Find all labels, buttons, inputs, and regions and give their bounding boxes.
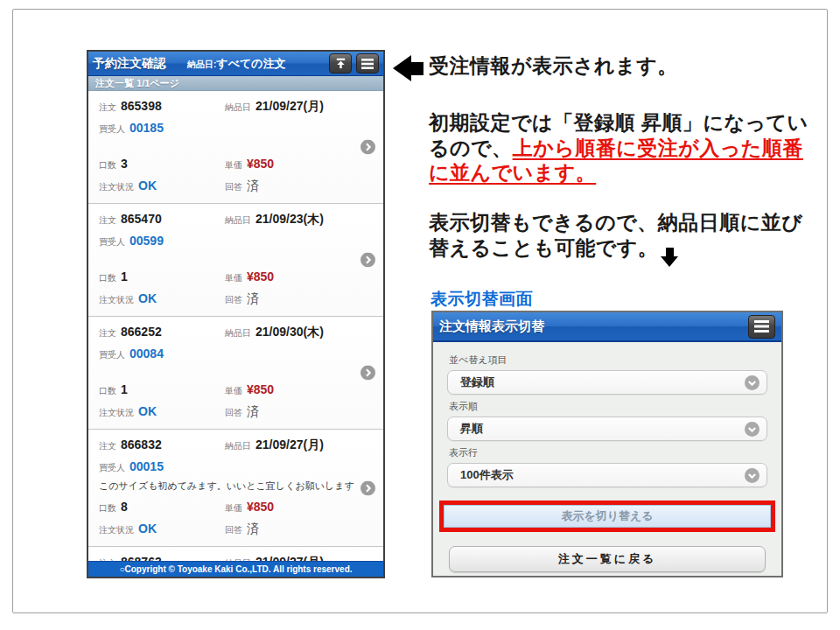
answer-label: 回答 (225, 525, 242, 535)
buyer-label: 買受人 (99, 350, 125, 360)
unit-price-value: ¥850 (247, 270, 274, 284)
order-no-value: 865398 (121, 99, 162, 113)
chevron-down-icon (745, 375, 760, 390)
order-no-label: 注文 (99, 215, 116, 225)
order-status-value: OK (138, 404, 157, 418)
order-status-label: 注文状況 (99, 182, 134, 192)
switch-display-button[interactable]: 表示を切り替える (444, 505, 771, 528)
order-no-value: 866252 (121, 325, 162, 339)
menu-button[interactable] (748, 315, 775, 339)
buyer-label: 買受人 (99, 237, 125, 247)
display-switch-title: 注文情報表示切替 (439, 318, 544, 335)
answer-value: 済 (247, 522, 259, 536)
quantity-value: 3 (121, 157, 128, 171)
row-count-select[interactable]: 100件表示 (447, 463, 767, 487)
sort-key-value: 登録順 (460, 374, 494, 390)
unit-price-label: 単価 (225, 503, 242, 513)
display-switch-screen: 注文情報表示切替 並べ替え項目 登録順 表示順 昇順 表示行 100件表示 (431, 311, 783, 578)
order-no-label: 注文 (99, 328, 116, 338)
answer-label: 回答 (225, 295, 242, 304)
delivery-date-label: 納品日 (225, 215, 251, 225)
sort-order-select[interactable]: 昇順 (447, 416, 767, 441)
buyer-value: 00084 (130, 346, 164, 360)
order-list-item[interactable]: 注文866252 納品日21/09/30(木) 買受人00084 口数1 単価¥… (88, 317, 383, 430)
sort-order-value: 昇順 (460, 421, 483, 437)
order-no-value: 866832 (121, 438, 162, 452)
delivery-date-value: 21/09/30(木) (256, 325, 324, 339)
sort-key-select[interactable]: 登録順 (447, 370, 767, 395)
menu-button[interactable] (356, 53, 379, 74)
row-count-value: 100件表示 (460, 467, 514, 483)
quantity-label: 口数 (99, 160, 116, 170)
quantity-value: 1 (121, 270, 128, 284)
order-list-item[interactable]: 注文865470 納品日21/09/23(木) 買受人00599 口数1 単価¥… (88, 204, 383, 317)
chevron-down-icon (745, 422, 760, 437)
unit-price-value: ¥850 (247, 500, 274, 514)
answer-value: 済 (247, 291, 259, 305)
order-list-header: 予約注文確認 納品日:すべての注文 (88, 52, 383, 76)
order-comment: このサイズも初めてみます。いいとこ宜しくお願いします (99, 480, 373, 494)
sort-order-label: 表示順 (449, 400, 767, 413)
order-status-label: 注文状況 (99, 525, 134, 535)
order-status-label: 注文状況 (99, 295, 134, 304)
quantity-value: 1 (121, 382, 128, 396)
order-list-screen: 予約注文確認 納品日:すべての注文 注文一覧 1/1ページ (87, 50, 385, 578)
delivery-date-label: 納品日 (225, 558, 251, 561)
delivery-date-value: 21/09/23(木) (256, 212, 324, 226)
delivery-date-value: 21/09/27(月) (256, 99, 324, 113)
annotation-p2-black2: るので、 (429, 136, 513, 159)
unit-price-value: ¥850 (247, 382, 274, 396)
order-list-item[interactable]: 注文868763 納品日21/09/27(月) 買受人00106 口数8 単価¥… (88, 547, 383, 561)
annotation-p2-black1: 初期設定では「登録順 昇順」になってい (429, 111, 808, 134)
quantity-value: 8 (121, 500, 128, 514)
answer-value: 済 (247, 404, 259, 418)
unit-price-label: 単価 (225, 273, 242, 283)
buyer-label: 買受人 (99, 463, 125, 472)
annotation-p3-line2: 替えることも可能です。 (429, 236, 658, 259)
row-count-label: 表示行 (449, 446, 767, 459)
copyright-bar: ○Copyright © Toyoake Kaki Co.,LTD. All r… (88, 561, 383, 577)
app-title: 予約注文確認 (93, 56, 166, 72)
quantity-label: 口数 (99, 503, 116, 513)
chevron-right-icon (360, 366, 375, 381)
unit-price-label: 単価 (225, 386, 242, 396)
annotation-p2-red2: に並んでいます。 (429, 161, 596, 184)
unit-price-label: 単価 (225, 160, 242, 170)
delivery-date-label: 納品日 (225, 102, 251, 112)
delivery-filter-value: すべての注文 (216, 57, 285, 70)
order-status-value: OK (138, 291, 157, 305)
scroll-to-top-button[interactable] (329, 53, 352, 74)
annotation-paragraph-1: 受注情報が表示されます。 (429, 53, 819, 79)
order-list-item[interactable]: 注文865398 納品日21/09/27(月) 買受人00185 口数3 単価¥… (88, 91, 383, 204)
annotation-p3-line1: 表示切替もできるので、納品日順に並び (429, 211, 802, 234)
delivery-filter-label: 納品日: (187, 60, 216, 69)
delivery-date-value: 21/09/27(月) (256, 438, 324, 452)
answer-label: 回答 (225, 408, 242, 417)
chevron-right-icon (360, 140, 375, 155)
buyer-value: 00185 (130, 121, 164, 135)
answer-label: 回答 (225, 182, 242, 192)
chevron-right-icon (360, 253, 375, 268)
callout-arrow-left-icon (393, 55, 424, 81)
order-status-value: OK (138, 178, 157, 192)
hamburger-menu-icon (360, 58, 374, 70)
answer-value: 済 (247, 178, 259, 192)
order-list: 注文865398 納品日21/09/27(月) 買受人00185 口数3 単価¥… (88, 91, 383, 561)
chevron-down-icon (745, 468, 760, 483)
chevron-right-icon (360, 480, 375, 495)
highlight-red-box: 表示を切り替える (439, 500, 775, 532)
delivery-date-label: 納品日 (225, 441, 251, 451)
back-to-order-list-button[interactable]: 注文一覧に戻る (449, 546, 766, 572)
annotation-paragraph-2: 初期設定では「登録順 昇順」になってい るので、上から順番に受注が入った順番 に… (429, 110, 819, 186)
order-no-label: 注文 (99, 441, 116, 451)
order-no-value: 868763 (121, 555, 162, 561)
unit-price-value: ¥850 (247, 157, 274, 171)
order-list-item[interactable]: 注文866832 納品日21/09/27(月) 買受人00015 このサイズも初… (88, 430, 383, 547)
quantity-label: 口数 (99, 273, 116, 283)
buyer-value: 00015 (130, 459, 164, 473)
switch-screen-caption: 表示切替画面 (430, 288, 533, 311)
delivery-date-label: 納品日 (225, 328, 251, 338)
buyer-label: 買受人 (99, 124, 125, 134)
order-no-label: 注文 (99, 558, 116, 561)
order-no-label: 注文 (99, 102, 116, 112)
